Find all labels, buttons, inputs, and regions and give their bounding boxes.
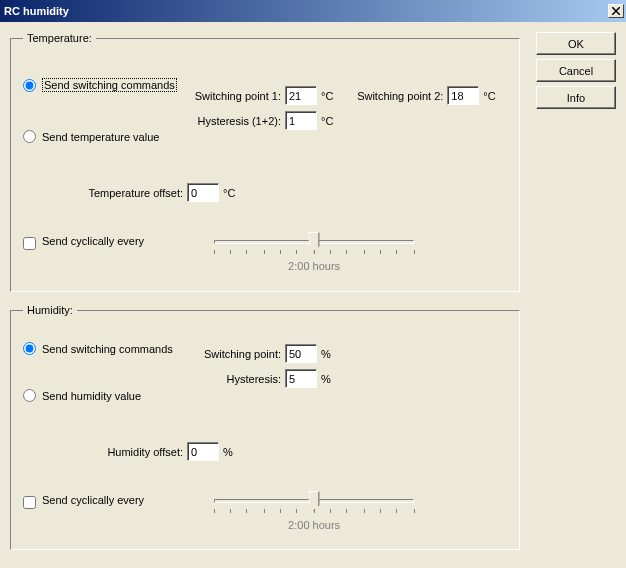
hum-hyst-input[interactable]: [285, 369, 317, 388]
hum-offset-input[interactable]: [187, 442, 219, 461]
close-icon: [612, 7, 620, 15]
temp-offset-unit: °C: [223, 187, 235, 199]
hum-radio-switching-label: Send switching commands: [42, 343, 173, 355]
hum-offset-unit: %: [223, 446, 233, 458]
hum-radio-value[interactable]: [23, 389, 36, 402]
temp-sp2-label: Switching point 2:: [343, 90, 443, 102]
temp-hyst-input[interactable]: [285, 111, 317, 130]
temp-sp1-unit: °C: [321, 90, 333, 102]
info-button[interactable]: Info: [536, 86, 616, 109]
hum-cyclic-slider[interactable]: [214, 489, 414, 517]
window-title: RC humidity: [4, 5, 69, 17]
temp-sp1-label: Switching point 1:: [186, 90, 281, 102]
temp-radio-value-label: Send temperature value: [42, 131, 159, 143]
hum-cyclic-checkbox[interactable]: [23, 496, 36, 509]
humidity-legend: Humidity:: [23, 304, 77, 316]
temp-cyclic-caption: 2:00 hours: [214, 260, 414, 272]
temp-hyst-unit: °C: [321, 115, 333, 127]
temperature-group: Temperature: Send switching commands Swi…: [10, 32, 520, 292]
hum-cyclic-label: Send cyclically every: [42, 494, 144, 506]
temp-offset-input[interactable]: [187, 183, 219, 202]
temp-radio-switching-label: Send switching commands: [42, 78, 177, 92]
hum-sp-label: Switching point:: [196, 348, 281, 360]
temp-cyclic-checkbox[interactable]: [23, 237, 36, 250]
hum-radio-value-label: Send humidity value: [42, 390, 141, 402]
temp-radio-value[interactable]: [23, 130, 36, 143]
temp-sp2-input[interactable]: [447, 86, 479, 105]
hum-offset-label: Humidity offset:: [23, 446, 183, 458]
humidity-group: Humidity: Send switching commands Switch…: [10, 304, 520, 550]
hum-cyclic-caption: 2:00 hours: [214, 519, 414, 531]
temp-radio-switching[interactable]: [23, 79, 36, 92]
hum-hyst-unit: %: [321, 373, 331, 385]
cancel-button[interactable]: Cancel: [536, 59, 616, 82]
temp-cyclic-slider[interactable]: [214, 230, 414, 258]
temp-sp2-unit: °C: [483, 90, 495, 102]
ok-button[interactable]: OK: [536, 32, 616, 55]
temp-offset-label: Temperature offset:: [23, 187, 183, 199]
hum-sp-unit: %: [321, 348, 331, 360]
close-button[interactable]: [608, 4, 624, 18]
hum-sp-input[interactable]: [285, 344, 317, 363]
temperature-legend: Temperature:: [23, 32, 96, 44]
hum-radio-switching[interactable]: [23, 342, 36, 355]
temp-sp1-input[interactable]: [285, 86, 317, 105]
temp-hyst-label: Hysteresis (1+2):: [186, 115, 281, 127]
temp-cyclic-label: Send cyclically every: [42, 235, 144, 247]
title-bar: RC humidity: [0, 0, 626, 22]
hum-hyst-label: Hysteresis:: [196, 373, 281, 385]
